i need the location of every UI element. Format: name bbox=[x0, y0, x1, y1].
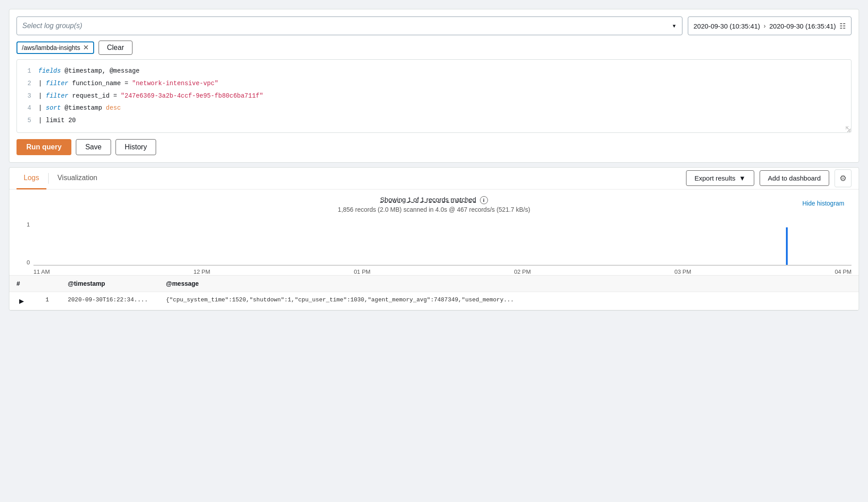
results-table: # @timestamp @message ▶ 1 2020-09-30T16:… bbox=[9, 275, 859, 310]
x-label-12pm: 12 PM bbox=[194, 268, 211, 275]
query-editor[interactable]: 1 fields @timestamp, @message 2 | filter… bbox=[17, 59, 851, 133]
log-group-placeholder: Select log group(s) bbox=[22, 22, 82, 30]
dropdown-arrow-icon: ▼ bbox=[672, 23, 677, 29]
chart-wrapper: 1 0 11 AM 12 PM 01 PM 02 PM 03 PM 04 PM bbox=[9, 217, 859, 275]
query-line-4: 4 | sort @timestamp desc bbox=[17, 102, 851, 115]
line-content-3: | filter request_id = "247e6369-3a2b-4cc… bbox=[38, 91, 263, 102]
col-header-num bbox=[34, 276, 61, 292]
resize-handle-icon: ⇱ bbox=[846, 124, 849, 132]
tags-row: /aws/lambda-insights ✕ Clear bbox=[17, 41, 851, 55]
col-header-hash: # bbox=[9, 276, 34, 292]
remove-tag-icon[interactable]: ✕ bbox=[83, 44, 89, 51]
export-results-button[interactable]: Export results ▼ bbox=[686, 170, 754, 186]
gear-icon: ⚙ bbox=[839, 174, 847, 183]
bottom-panel: Logs Visualization Export results ▼ Add … bbox=[9, 167, 859, 311]
line-num-3: 3 bbox=[22, 91, 31, 102]
stats-section: Showing 1 of 1 records matched i 1,856 r… bbox=[9, 189, 859, 217]
chart-baseline bbox=[33, 265, 851, 265]
query-line-2: 2 | filter function_name = "network-inte… bbox=[17, 78, 851, 90]
run-query-button[interactable]: Run query bbox=[17, 139, 71, 155]
kw-fields: fields bbox=[38, 67, 65, 74]
chart-bar bbox=[786, 227, 788, 265]
history-button[interactable]: History bbox=[116, 139, 157, 155]
settings-gear-button[interactable]: ⚙ bbox=[835, 169, 851, 187]
line-num-5: 5 bbox=[22, 115, 31, 126]
datetime-range[interactable]: 2020-09-30 (10:35:41) › 2020-09-30 (16:3… bbox=[688, 16, 851, 35]
col-header-message: @message bbox=[159, 276, 859, 292]
log-group-tag: /aws/lambda-insights ✕ bbox=[17, 41, 94, 54]
line-num-4: 4 bbox=[22, 103, 31, 114]
hide-histogram-link[interactable]: Hide histogram bbox=[802, 200, 844, 207]
info-icon[interactable]: i bbox=[480, 196, 488, 204]
x-label-1pm: 01 PM bbox=[354, 268, 371, 275]
chevron-right-icon: › bbox=[764, 22, 766, 29]
line-num-2: 2 bbox=[22, 78, 31, 89]
chart-area: 11 AM 12 PM 01 PM 02 PM 03 PM 04 PM bbox=[33, 221, 851, 275]
x-label-11am: 11 AM bbox=[33, 268, 50, 275]
row-message: {"cpu_system_time":1520,"shutdown":1,"cp… bbox=[159, 292, 859, 310]
actions-row: Run query Save History bbox=[17, 139, 851, 155]
chart-canvas bbox=[33, 221, 851, 266]
calendar-icon[interactable]: ☷ bbox=[839, 22, 846, 30]
tab-divider bbox=[48, 173, 49, 184]
line-content-1: fields @timestamp, @message bbox=[38, 66, 140, 77]
query-line-5: 5 | limit 20 bbox=[17, 115, 851, 127]
row-expand-cell: ▶ bbox=[9, 292, 34, 310]
line-content-5: | limit 20 bbox=[38, 115, 76, 126]
dropdown-arrow-export-icon: ▼ bbox=[739, 174, 746, 182]
line-num-1: 1 bbox=[22, 66, 31, 77]
save-button[interactable]: Save bbox=[76, 139, 111, 155]
query-line-1: 1 fields @timestamp, @message bbox=[17, 65, 851, 78]
y-label-1: 1 bbox=[27, 221, 30, 228]
stats-title: Showing 1 of 1 records matched i bbox=[9, 196, 859, 204]
clear-button[interactable]: Clear bbox=[99, 41, 132, 55]
tab-logs[interactable]: Logs bbox=[17, 168, 46, 189]
line-content-4: | sort @timestamp desc bbox=[38, 103, 121, 114]
log-group-select[interactable]: Select log group(s) ▼ bbox=[17, 16, 682, 35]
x-label-3pm: 03 PM bbox=[674, 268, 691, 275]
date-start: 2020-09-30 (10:35:41) bbox=[694, 22, 760, 30]
log-group-row: Select log group(s) ▼ 2020-09-30 (10:35:… bbox=[17, 16, 851, 35]
chart-y-axis: 1 0 bbox=[17, 221, 30, 266]
x-label-4pm: 04 PM bbox=[835, 268, 851, 275]
tab-visualization[interactable]: Visualization bbox=[50, 168, 105, 189]
date-end: 2020-09-30 (16:35:41) bbox=[769, 22, 836, 30]
table-header-row: # @timestamp @message bbox=[9, 276, 859, 292]
y-label-0: 0 bbox=[27, 259, 30, 266]
query-line-3: 3 | filter request_id = "247e6369-3a2b-4… bbox=[17, 90, 851, 103]
col-header-timestamp: @timestamp bbox=[61, 276, 159, 292]
top-panel: Select log group(s) ▼ 2020-09-30 (10:35:… bbox=[9, 9, 859, 163]
tabs-actions: Export results ▼ Add to dashboard ⚙ bbox=[686, 169, 851, 187]
chart-x-axis: 11 AM 12 PM 01 PM 02 PM 03 PM 04 PM bbox=[33, 266, 851, 275]
row-timestamp: 2020-09-30T16:22:34.... bbox=[61, 292, 159, 310]
tabs-row: Logs Visualization Export results ▼ Add … bbox=[9, 168, 859, 189]
row-expand-button[interactable]: ▶ bbox=[17, 296, 27, 305]
line-content-2: | filter function_name = "network-intens… bbox=[38, 78, 218, 89]
add-to-dashboard-button[interactable]: Add to dashboard bbox=[760, 170, 829, 186]
x-label-2pm: 02 PM bbox=[514, 268, 531, 275]
table-row: ▶ 1 2020-09-30T16:22:34.... {"cpu_system… bbox=[9, 292, 859, 310]
tag-label: /aws/lambda-insights bbox=[22, 44, 80, 51]
stats-subtitle: 1,856 records (2.0 MB) scanned in 4.0s @… bbox=[9, 206, 859, 213]
row-num: 1 bbox=[34, 292, 61, 310]
